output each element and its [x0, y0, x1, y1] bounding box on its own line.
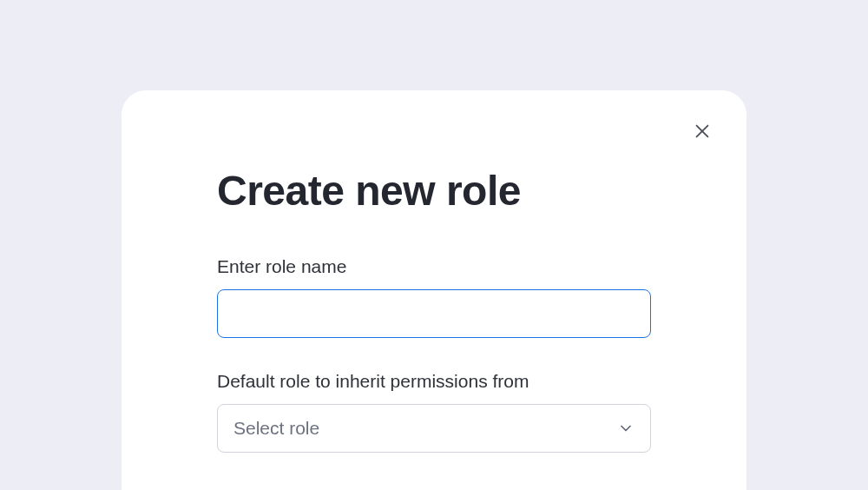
- modal-header: [156, 125, 712, 145]
- default-role-select[interactable]: Select role: [217, 404, 651, 453]
- role-name-label: Enter role name: [217, 256, 651, 277]
- default-role-selected-value: Select role: [233, 418, 319, 439]
- role-name-input[interactable]: [217, 289, 651, 338]
- close-button[interactable]: [690, 121, 714, 145]
- default-role-select-wrap: Select role: [217, 404, 651, 453]
- create-role-modal: Create new role Enter role name Default …: [122, 90, 746, 490]
- modal-content: Create new role Enter role name Default …: [156, 167, 712, 453]
- close-icon: [693, 122, 712, 144]
- chevron-down-icon: [617, 420, 635, 437]
- default-role-label: Default role to inherit permissions from: [217, 371, 651, 392]
- modal-title: Create new role: [217, 167, 651, 215]
